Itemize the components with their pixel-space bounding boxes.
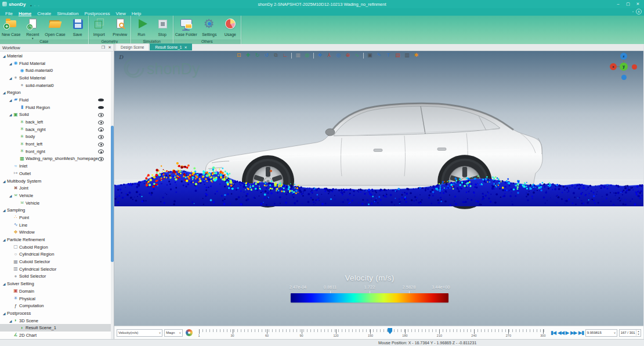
- tree-item-vehicle[interactable]: ◢≍Vehicle: [0, 192, 114, 199]
- visibility-eye-icon[interactable]: [98, 97, 104, 103]
- tree-item-vehicle[interactable]: ≍Vehicle: [0, 199, 114, 207]
- tree-item-back-right[interactable]: ✳back_right: [0, 126, 114, 133]
- tree-item-cylindrical-region[interactable]: ○Cylindrical Region: [0, 251, 114, 258]
- minimize-button[interactable]: –: [613, 0, 623, 8]
- tree-expander-icon[interactable]: ◢: [8, 98, 13, 102]
- scrollbar-thumb[interactable]: [111, 126, 114, 262]
- menu-create[interactable]: Create: [34, 11, 54, 16]
- render-settings-icon[interactable]: ✱: [412, 52, 421, 59]
- tree-item-cuboid-region[interactable]: ▢Cuboid Region: [0, 243, 114, 251]
- paint-particles-icon[interactable]: ❖: [316, 52, 324, 59]
- open-case-button[interactable]: Open Case: [43, 16, 67, 39]
- tree-item-sampling[interactable]: ◢Sampling: [0, 206, 114, 214]
- settings-button[interactable]: ⚙Settings: [199, 16, 220, 39]
- text-annotation-icon[interactable]: T: [384, 52, 393, 59]
- visibility-eye-icon[interactable]: [98, 134, 104, 140]
- tree-item-physical[interactable]: ✳Physical: [0, 295, 114, 303]
- tree-item-back-left[interactable]: ✳back_left: [0, 118, 114, 126]
- close-panel-icon[interactable]: ✕: [108, 44, 111, 51]
- tree-expander-icon[interactable]: ◢: [2, 311, 6, 315]
- grid-icon[interactable]: ▦: [294, 52, 302, 59]
- tree-item-window[interactable]: ❖Window: [0, 229, 114, 236]
- gizmo-y-axis[interactable]: y: [620, 63, 628, 71]
- new-case-button[interactable]: +New Case: [0, 16, 22, 39]
- tree-expander-icon[interactable]: ◢: [2, 208, 6, 212]
- timeline-ruler[interactable]: 1306090120150180210240270300: [199, 328, 544, 338]
- save-button[interactable]: Save: [67, 16, 88, 39]
- tree-item-fluid[interactable]: ◢▰Fluid: [0, 96, 114, 104]
- tree-item-outlet[interactable]: ↦Outlet: [0, 170, 114, 177]
- fast-forward-button[interactable]: ▶▶: [570, 329, 577, 337]
- center-target-icon[interactable]: ◎: [334, 52, 343, 59]
- tree-expander-icon[interactable]: ◢: [2, 282, 6, 286]
- menu-help[interactable]: Help: [129, 11, 144, 16]
- tree-expander-icon[interactable]: ◢: [8, 112, 13, 116]
- tree-item-cylindrical-selector[interactable]: ▥Cylindrical Selector: [0, 265, 114, 273]
- pan-icon[interactable]: ✚: [244, 52, 252, 59]
- camera-snapshot-icon[interactable]: ▣: [366, 52, 374, 59]
- tree-item-solid-selector[interactable]: ●Solid Selector: [0, 273, 114, 281]
- gizmo-x-axis[interactable]: x: [610, 63, 617, 70]
- menu-simulation[interactable]: Simulation: [54, 11, 81, 16]
- frame-spinner[interactable]: 167 / 301 ▲▼: [619, 329, 641, 337]
- tree-item-fluid-region[interactable]: ▮Fluid Region: [0, 104, 114, 111]
- tree-expander-icon[interactable]: ◢: [2, 238, 6, 242]
- field-select[interactable]: Velocity(m/s) ∨: [117, 329, 162, 337]
- tree-item-result-scene-1[interactable]: ◗Result Scene_1: [0, 324, 114, 332]
- tree-item-front-left[interactable]: ✳front_left: [0, 140, 114, 148]
- visibility-eye-icon[interactable]: [98, 148, 104, 154]
- video-export-icon[interactable]: ▥: [403, 52, 411, 59]
- recent-button[interactable]: ◷Recent▾: [22, 16, 43, 39]
- rubber-band-zoom-icon[interactable]: ⊡: [234, 52, 243, 59]
- tree-item-fluid-material[interactable]: ◢◉Fluid Material: [0, 60, 114, 67]
- tree-expander-icon[interactable]: ◢: [8, 76, 13, 80]
- preview-button[interactable]: Preview: [110, 16, 131, 39]
- case-folder-button[interactable]: Case Folder: [173, 16, 199, 39]
- fit-view-icon[interactable]: ⧉: [272, 52, 280, 59]
- menu-view[interactable]: View: [113, 11, 129, 16]
- axis-corner-icon[interactable]: ∟: [281, 52, 290, 59]
- visibility-eye-icon[interactable]: [98, 119, 104, 125]
- tree-item-2d-chart[interactable]: ∡2D Chart: [0, 332, 114, 339]
- visibility-eye-icon[interactable]: [98, 112, 104, 118]
- menu-home[interactable]: Home: [16, 11, 34, 16]
- tree-expander-icon[interactable]: ◢: [2, 179, 6, 183]
- tree-item-3d-scene[interactable]: ◢◗3D Scene: [0, 317, 114, 325]
- workflow-scrollbar[interactable]: [111, 52, 114, 339]
- menu-postprocess[interactable]: Postprocess: [82, 11, 113, 16]
- close-button[interactable]: ✕: [633, 0, 643, 8]
- spin-down-icon[interactable]: ▼: [636, 333, 641, 336]
- tree-item-wading-ramp-shonmesh-homepage[interactable]: ▩Wading_ramp_shonMesh_homepage: [0, 155, 114, 163]
- tree-expander-icon[interactable]: ◢: [2, 54, 6, 58]
- tree-item-multibody-system[interactable]: ◢Multibody System: [0, 177, 114, 185]
- tree-item-fluid-material0[interactable]: ◉fluid-material0: [0, 67, 114, 74]
- tree-item-solid-material[interactable]: ◢●Solid Material: [0, 74, 114, 82]
- visibility-eye-icon[interactable]: [98, 156, 104, 162]
- tree-item-postprocess[interactable]: ◢Postprocess: [0, 309, 114, 317]
- plot-chart-icon[interactable]: ∿: [353, 52, 361, 59]
- visibility-eye-icon[interactable]: [98, 126, 104, 132]
- gizmo-z-negative[interactable]: [621, 75, 627, 80]
- image-export-icon[interactable]: ▤: [393, 52, 402, 59]
- colormap-icon[interactable]: [186, 329, 193, 336]
- float-panel-icon[interactable]: ❐: [102, 44, 105, 51]
- tree-item-solid-material0[interactable]: ●solid-material0: [0, 82, 114, 89]
- play-button[interactable]: ▶: [566, 329, 569, 337]
- tree-item-joint[interactable]: ✖Joint: [0, 184, 114, 192]
- run-button[interactable]: Run: [131, 16, 152, 39]
- tree-item-solid[interactable]: ◢▣Solid: [0, 111, 114, 119]
- tree-item-domain[interactable]: ▣Domain: [0, 287, 114, 295]
- stop-button[interactable]: Stop: [152, 16, 173, 39]
- tree-item-particle-refinement[interactable]: ◢Particle Refinement: [0, 236, 114, 243]
- usage-button[interactable]: Usage: [220, 16, 241, 39]
- viewport-3d[interactable]: D shonDy ⊡✚↻↺⧉∟▦◍❖⅄◎⊕∿▣✎T▤▥✱ z x y: [114, 51, 643, 326]
- skip-end-button[interactable]: ▶▮: [578, 329, 584, 337]
- tree-expander-icon[interactable]: ◢: [8, 61, 13, 65]
- gizmo-z-axis[interactable]: z: [620, 53, 627, 60]
- pin-ribbon-icon[interactable]: •: [632, 10, 634, 13]
- visibility-eye-icon[interactable]: [98, 141, 104, 147]
- wire-sphere-icon[interactable]: ◍: [303, 52, 312, 59]
- pin-marker-icon[interactable]: ⊕: [343, 52, 352, 59]
- spinner-arrows[interactable]: ▲▼: [636, 330, 641, 336]
- tree-item-solver-setting[interactable]: ◢Solver Setting: [0, 280, 114, 287]
